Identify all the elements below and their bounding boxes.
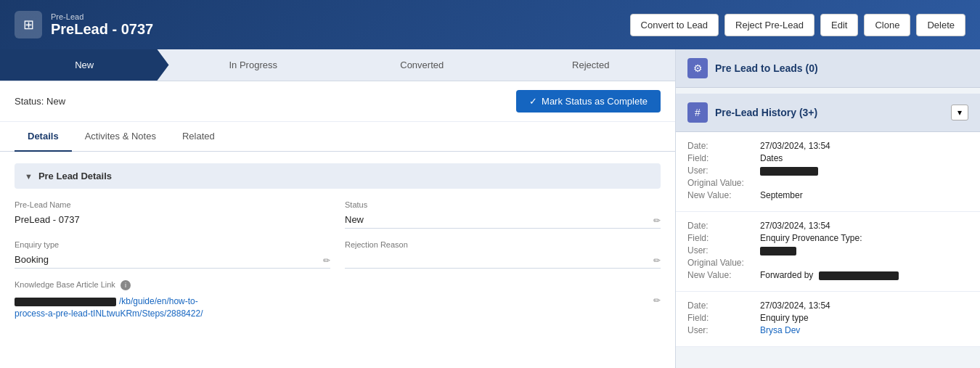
checkmark-icon: ✓: [529, 96, 537, 107]
info-icon[interactable]: i: [121, 280, 131, 290]
history-new-val-2: Forwarded by: [760, 270, 899, 280]
history-field-label-2: Field:: [687, 233, 760, 243]
tab-activities-notes[interactable]: Activites & Notes: [72, 122, 169, 152]
history-user-val-2: [760, 245, 796, 255]
app-header: ⊞ Pre-Lead PreLead - 0737 Convert to Lea…: [0, 0, 980, 49]
history-entry-3: Date: 27/03/2024, 13:54 Field: Enquiry t…: [676, 292, 980, 347]
pre-lead-to-leads-section: ⚙ Pre Lead to Leads (0): [676, 49, 980, 88]
rejection-reason-label: Rejection Reason: [345, 240, 661, 249]
clone-button[interactable]: Clone: [864, 14, 910, 36]
status-field-value: New: [345, 211, 661, 229]
tabs-row: Details Activites & Notes Related: [0, 122, 675, 152]
history-row-field-3: Field: Enquiry type: [687, 313, 968, 323]
status-step-new[interactable]: New: [0, 49, 169, 81]
rejection-reason-edit-icon[interactable]: ✏: [653, 255, 661, 266]
history-date-label-2: Date:: [687, 221, 760, 231]
history-field-val-2: Enquiry Provenance Type:: [760, 233, 862, 243]
enquiry-type-label: Enquiry type: [15, 240, 330, 249]
history-user-label-2: User:: [687, 245, 760, 255]
history-field-label-1: Field:: [687, 153, 760, 163]
history-user-label-3: User:: [687, 325, 760, 335]
history-new-label-2: New Value:: [687, 270, 760, 280]
page-title: PreLead - 0737: [51, 21, 153, 38]
section-title: Pre Lead Details: [38, 171, 112, 181]
status-step-rejected[interactable]: Rejected: [507, 49, 676, 81]
form-grid: Pre-Lead Name PreLead - 0737 Status New …: [15, 200, 661, 320]
history-row-field-2: Field: Enquiry Provenance Type:: [687, 233, 968, 243]
history-new-label-1: New Value:: [687, 190, 760, 200]
tab-related[interactable]: Related: [169, 122, 228, 152]
convert-to-lead-button[interactable]: Convert to Lead: [630, 14, 719, 36]
history-entry-2: Date: 27/03/2024, 13:54 Field: Enquiry P…: [676, 212, 980, 292]
history-orig-label-2: Original Value:: [687, 258, 760, 268]
right-panel: ⚙ Pre Lead to Leads (0) # Pre-Lead Histo…: [675, 49, 980, 368]
history-new-val-1: September: [760, 190, 803, 200]
rejection-reason-value: [345, 251, 661, 269]
history-date-val-2: 27/03/2024, 13:54: [760, 221, 830, 231]
history-row-date-2: Date: 27/03/2024, 13:54: [687, 221, 968, 231]
new-val-redacted-2: [819, 271, 899, 280]
user-redacted-2: [760, 247, 796, 255]
reject-pre-lead-button[interactable]: Reject Pre-Lead: [724, 14, 814, 36]
history-field-label-3: Field:: [687, 313, 760, 323]
pre-lead-details-section-header[interactable]: ▼ Pre Lead Details: [15, 163, 661, 189]
history-field-val-3: Enquiry type: [760, 313, 809, 323]
kb-article-link[interactable]: /kb/guide/en/how-to-process-a-pre-lead-t…: [15, 295, 203, 320]
status-bar: New In Progress Converted Rejected: [0, 49, 675, 81]
status-step-converted[interactable]: Converted: [338, 49, 507, 81]
kb-article-edit-icon[interactable]: ✏: [653, 295, 661, 306]
section1-header-left: ⚙ Pre Lead to Leads (0): [687, 58, 818, 78]
pre-lead-to-leads-header: ⚙ Pre Lead to Leads (0): [676, 49, 980, 88]
pre-lead-history-section: # Pre-Lead History (3+) ▾ Date: 27/03/20…: [676, 94, 980, 347]
delete-button[interactable]: Delete: [916, 14, 965, 36]
enquiry-type-value: Booking: [15, 251, 330, 269]
status-field-label: Status: [345, 200, 661, 209]
history-date-val-3: 27/03/2024, 13:54: [760, 300, 830, 311]
history-date-val-1: 27/03/2024, 13:54: [760, 141, 830, 151]
status-step-in-progress[interactable]: In Progress: [169, 49, 338, 81]
history-row-orig-1: Original Value:: [687, 178, 968, 188]
collapse-icon: ▼: [25, 172, 33, 181]
enquiry-type-field: Enquiry type Booking ✏: [15, 240, 330, 269]
history-user-val-1: [760, 165, 818, 176]
history-user-val-3[interactable]: Brysa Dev: [760, 325, 800, 335]
tab-details[interactable]: Details: [15, 122, 72, 152]
history-entry-1: Date: 27/03/2024, 13:54 Field: Dates Use…: [676, 132, 980, 212]
rejection-reason-field: Rejection Reason ✏: [345, 240, 661, 269]
enquiry-type-edit-icon[interactable]: ✏: [323, 255, 330, 266]
history-orig-label-1: Original Value:: [687, 178, 760, 188]
pre-lead-history-header: # Pre-Lead History (3+) ▾: [676, 94, 980, 132]
section2-title: Pre-Lead History (3+): [715, 107, 817, 118]
kb-link-redacted: [15, 298, 116, 306]
pre-lead-name-label: Pre-Lead Name: [15, 200, 330, 209]
history-field-val-1: Dates: [760, 153, 783, 163]
history-row-user-1: User:: [687, 165, 968, 176]
status-edit-icon[interactable]: ✏: [653, 216, 661, 226]
app-subtitle: Pre-Lead: [51, 12, 153, 21]
header-actions: Convert to Lead Reject Pre-Lead Edit Clo…: [630, 14, 965, 36]
history-date-label-3: Date:: [687, 300, 760, 311]
content-area: ▼ Pre Lead Details Pre-Lead Name PreLead…: [0, 152, 675, 332]
history-row-date-1: Date: 27/03/2024, 13:54: [687, 141, 968, 151]
history-date-label-1: Date:: [687, 141, 760, 151]
section1-title: Pre Lead to Leads (0): [715, 62, 818, 74]
pre-lead-name-field: Pre-Lead Name PreLead - 0737: [15, 200, 330, 229]
history-dropdown-button[interactable]: ▾: [951, 105, 968, 120]
status-field: Status New ✏: [345, 200, 661, 229]
edit-button[interactable]: Edit: [820, 14, 858, 36]
pre-lead-name-value: PreLead - 0737: [15, 211, 330, 229]
app-icon: ⊞: [15, 11, 42, 38]
kb-article-label: Knowledge Base Article Link i: [15, 280, 661, 290]
history-row-user-2: User:: [687, 245, 968, 255]
left-panel: New In Progress Converted Rejected Statu…: [0, 49, 675, 368]
history-user-label-1: User:: [687, 165, 760, 176]
main-container: New In Progress Converted Rejected Statu…: [0, 49, 980, 368]
status-label: Status: New: [15, 96, 65, 107]
kb-article-link-block: /kb/guide/en/how-to-process-a-pre-lead-t…: [15, 295, 661, 320]
user-redacted-1: [760, 167, 818, 176]
section2-header-left: # Pre-Lead History (3+): [687, 102, 817, 123]
header-title-group: Pre-Lead PreLead - 0737: [51, 12, 153, 38]
history-row-new-2: New Value: Forwarded by: [687, 270, 968, 280]
mark-complete-button[interactable]: ✓ Mark Status as Complete: [516, 90, 661, 113]
section1-icon: ⚙: [687, 58, 708, 78]
